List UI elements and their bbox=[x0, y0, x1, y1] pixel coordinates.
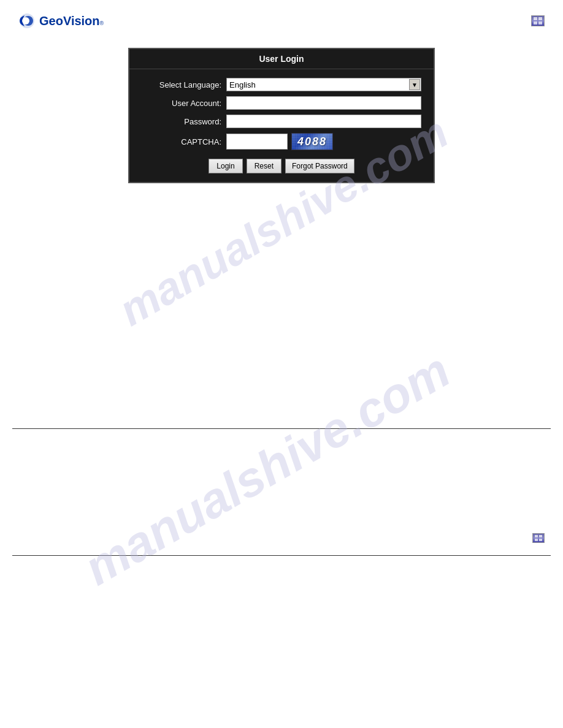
logo-vision: Vision bbox=[63, 14, 100, 28]
logo-text: GeoVision® bbox=[39, 14, 104, 28]
password-input[interactable] bbox=[226, 115, 421, 128]
spacer-3 bbox=[0, 562, 563, 623]
captcha-input[interactable] bbox=[226, 134, 288, 150]
password-label: Password: bbox=[142, 117, 221, 126]
captcha-label: CAPTCHA: bbox=[142, 137, 221, 146]
divider-1 bbox=[12, 428, 551, 429]
login-title: User Login bbox=[129, 49, 434, 69]
login-container: User Login Select Language: English Chin… bbox=[128, 48, 435, 183]
captcha-image: 4088 bbox=[291, 133, 333, 150]
forgot-password-button[interactable]: Forgot Password bbox=[285, 159, 354, 173]
bottom-icon-area bbox=[0, 527, 563, 549]
svg-rect-7 bbox=[535, 535, 538, 537]
svg-rect-6 bbox=[538, 21, 542, 25]
reset-button[interactable]: Reset bbox=[247, 159, 282, 173]
svg-rect-3 bbox=[534, 17, 537, 20]
svg-rect-10 bbox=[539, 539, 542, 541]
svg-point-2 bbox=[22, 17, 29, 25]
button-row: Login Reset Forgot Password bbox=[142, 155, 421, 173]
language-row: Select Language: English Chinese (Tradit… bbox=[142, 78, 421, 91]
user-account-row: User Account: bbox=[142, 96, 421, 110]
svg-rect-9 bbox=[535, 539, 538, 541]
language-label: Select Language: bbox=[142, 80, 221, 89]
password-row: Password: bbox=[142, 115, 421, 128]
bottom-grid-icon[interactable] bbox=[532, 533, 545, 543]
language-select[interactable]: English Chinese (Traditional) Chinese (S… bbox=[226, 78, 421, 91]
header: GeoVision® bbox=[0, 0, 563, 36]
svg-rect-5 bbox=[534, 21, 537, 25]
spacer-2 bbox=[0, 447, 563, 527]
logo: GeoVision® bbox=[18, 12, 104, 29]
main-content: User Login Select Language: English Chin… bbox=[0, 36, 563, 195]
login-button[interactable]: Login bbox=[209, 159, 242, 173]
svg-rect-8 bbox=[539, 535, 542, 537]
user-account-label: User Account: bbox=[142, 99, 221, 108]
spacer-1 bbox=[0, 195, 563, 410]
divider-2 bbox=[12, 555, 551, 556]
user-account-input[interactable] bbox=[226, 96, 421, 110]
logo-geo: Geo bbox=[39, 14, 63, 28]
logo-registered: ® bbox=[100, 20, 104, 26]
login-body: Select Language: English Chinese (Tradit… bbox=[129, 69, 434, 182]
svg-rect-4 bbox=[538, 17, 542, 20]
header-grid-icon[interactable] bbox=[531, 15, 545, 26]
page-wrapper: manualshive.com manualshive.com GeoVisio… bbox=[0, 0, 563, 623]
captcha-code: 4088 bbox=[297, 135, 327, 148]
logo-icon bbox=[18, 12, 36, 29]
language-select-wrapper[interactable]: English Chinese (Traditional) Chinese (S… bbox=[226, 78, 421, 91]
captcha-row: CAPTCHA: 4088 bbox=[142, 133, 421, 150]
